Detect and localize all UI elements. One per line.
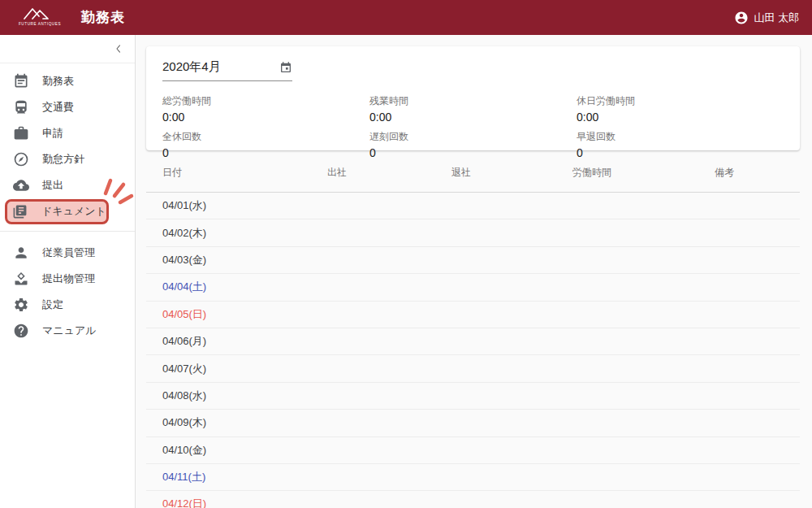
date-cell: 04/08(水): [162, 389, 327, 403]
stat-holiday-work: 休日労働時間 0:00 早退回数 0: [577, 93, 784, 166]
sidebar-item-label: 提出: [42, 178, 63, 193]
sidebar-item-label: マニュアル: [42, 323, 97, 338]
user-account-button[interactable]: 山田 太郎: [734, 11, 799, 25]
train-icon: [13, 99, 29, 115]
date-cell: 04/01(水): [162, 198, 327, 213]
sidebar: 勤務表 交通費 申請 勤怠方針 提出: [0, 35, 136, 508]
table-row[interactable]: 04/12(日): [146, 491, 800, 508]
main-content: 2020年4月 総労働時間 0:00 全休回数 0 残業時間 0:00 遅刻回数…: [136, 35, 812, 508]
sidebar-item-settings[interactable]: 設定: [0, 292, 135, 318]
future-antiques-logo-icon: FUTURE ANTIQUES: [13, 6, 67, 30]
sidebar-item-employee-management[interactable]: 従業員管理: [0, 240, 135, 266]
summary-card: 2020年4月 総労働時間 0:00 全休回数 0 残業時間 0:00 遅刻回数…: [146, 46, 800, 150]
date-cell: 04/12(日): [162, 497, 327, 508]
date-cell: 04/06(月): [162, 334, 327, 349]
month-picker-field[interactable]: 2020年4月: [162, 59, 292, 81]
stat-label: 残業時間: [369, 94, 577, 108]
sidebar-collapse-row: [0, 35, 135, 63]
sidebar-item-label: 勤務表: [42, 74, 74, 89]
sidebar-item-submission-management[interactable]: 提出物管理: [0, 266, 135, 292]
sidebar-divider: [0, 231, 135, 232]
summary-stats: 総労働時間 0:00 全休回数 0 残業時間 0:00 遅刻回数 0 休日労働時…: [162, 93, 784, 166]
date-cell: 04/02(木): [162, 226, 327, 241]
table-row[interactable]: 04/01(水): [146, 193, 800, 219]
table-row[interactable]: 04/07(火): [146, 355, 800, 382]
approval-icon: [13, 271, 29, 287]
app-header: FUTURE ANTIQUES 勤務表 山田 太郎: [0, 0, 812, 35]
stat-value: 0: [162, 146, 369, 159]
stat-label: 総労働時間: [162, 94, 369, 108]
table-row[interactable]: 04/05(日): [146, 302, 800, 328]
date-cell: 04/10(金): [162, 443, 327, 458]
stat-label: 休日労働時間: [577, 94, 784, 108]
sidebar-item-timesheet[interactable]: 勤務表: [0, 68, 135, 94]
stat-value: 0:00: [162, 111, 369, 124]
sidebar-nav-primary: 勤務表 交通費 申請 勤怠方針 提出: [0, 63, 135, 224]
sidebar-item-manual[interactable]: マニュアル: [0, 318, 135, 344]
column-header-work-time: 労働時間: [572, 166, 715, 180]
help-icon: [13, 323, 29, 339]
stat-label: 遅刻回数: [369, 130, 577, 144]
sidebar-item-submit[interactable]: 提出: [0, 172, 135, 198]
sidebar-nav-secondary: 従業員管理 提出物管理 設定 マニュアル: [0, 235, 135, 344]
briefcase-icon: [13, 125, 29, 141]
date-cell: 04/07(火): [162, 362, 327, 376]
sidebar-item-label: 設定: [42, 297, 63, 312]
table-row[interactable]: 04/06(月): [146, 328, 800, 355]
sidebar-item-label: 従業員管理: [42, 245, 95, 260]
stat-label: 全休回数: [162, 130, 369, 144]
stat-label: 早退回数: [577, 130, 784, 144]
person-icon: [13, 245, 29, 261]
documents-icon: [12, 203, 28, 219]
month-picker-value: 2020年4月: [162, 59, 221, 75]
table-row[interactable]: 04/02(木): [146, 219, 800, 246]
table-row[interactable]: 04/04(土): [146, 274, 800, 301]
attendance-table: 日付 出社 退社 労働時間 備考 04/01(水) 04/02(木) 04/03…: [146, 154, 800, 508]
stat-value: 0:00: [577, 111, 784, 124]
calendar-icon: [13, 73, 29, 89]
column-header-clock-in: 出社: [327, 166, 451, 180]
sidebar-item-attendance-policy[interactable]: 勤怠方針: [0, 146, 135, 172]
sidebar-item-label: 提出物管理: [42, 271, 95, 286]
stat-total-work-time: 総労働時間 0:00 全休回数 0: [162, 93, 369, 166]
date-cell: 04/09(木): [162, 415, 327, 430]
table-row[interactable]: 04/10(金): [146, 437, 800, 464]
table-row[interactable]: 04/09(木): [146, 410, 800, 436]
date-cell: 04/03(金): [162, 253, 327, 267]
page-title: 勤務表: [81, 8, 125, 27]
date-cell: 04/04(土): [162, 280, 327, 294]
sidebar-item-label: ドキュメント: [41, 204, 106, 219]
compass-icon: [13, 151, 29, 167]
gear-icon: [13, 297, 29, 313]
stat-value: 0: [577, 146, 784, 159]
sidebar-item-application[interactable]: 申請: [0, 120, 135, 146]
sidebar-item-label: 申請: [42, 126, 63, 141]
column-header-note: 備考: [715, 166, 800, 180]
date-picker-calendar-icon[interactable]: [279, 61, 292, 74]
sidebar-item-transport-expenses[interactable]: 交通費: [0, 94, 135, 120]
column-header-clock-out: 退社: [451, 166, 572, 180]
account-circle-icon: [734, 11, 749, 25]
date-cell: 04/05(日): [162, 307, 327, 322]
column-header-date: 日付: [162, 166, 327, 180]
chevron-left-icon[interactable]: [113, 43, 124, 54]
user-name: 山田 太郎: [754, 11, 799, 25]
brand-text: FUTURE ANTIQUES: [19, 22, 61, 26]
date-cell: 04/11(土): [162, 470, 327, 484]
cloud-upload-icon: [13, 177, 29, 193]
stat-value: 0:00: [369, 111, 577, 124]
documents-highlight-box[interactable]: ドキュメント: [5, 199, 109, 224]
sidebar-item-label: 交通費: [42, 100, 74, 115]
table-row[interactable]: 04/03(金): [146, 247, 800, 274]
stat-value: 0: [369, 146, 577, 159]
stat-overtime: 残業時間 0:00 遅刻回数 0: [369, 93, 577, 166]
table-row[interactable]: 04/11(土): [146, 464, 800, 491]
sidebar-item-label: 勤怠方針: [42, 152, 84, 167]
table-row[interactable]: 04/08(水): [146, 383, 800, 410]
sidebar-item-documents[interactable]: ドキュメント: [0, 198, 135, 224]
